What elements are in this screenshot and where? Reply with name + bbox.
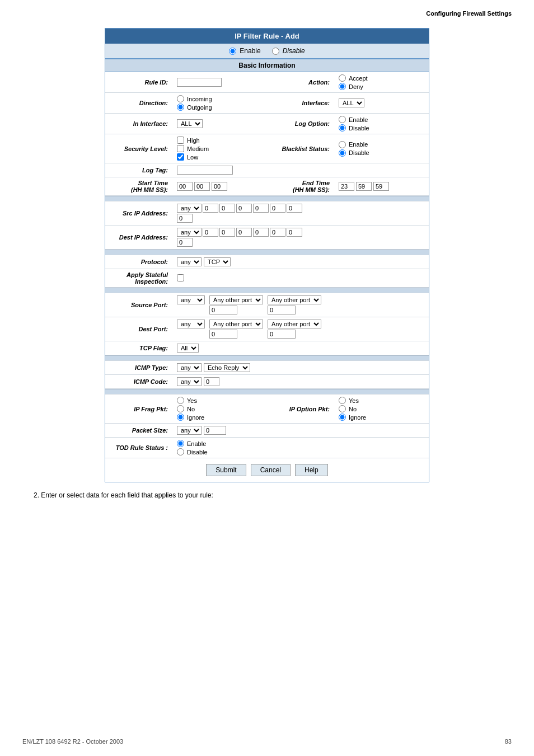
src-ip-f4[interactable] <box>253 204 269 213</box>
security-low-label[interactable]: Low <box>177 153 263 161</box>
src-ip-type-select[interactable]: any <box>177 204 202 213</box>
ip-frag-yes-label[interactable]: Yes <box>177 397 263 404</box>
log-tag-label: Log Tag: <box>105 163 172 177</box>
action-deny-label[interactable]: Deny <box>339 83 424 90</box>
packet-size-input[interactable] <box>204 426 226 435</box>
security-low-checkbox[interactable] <box>177 153 184 161</box>
action-deny-radio[interactable] <box>339 83 346 90</box>
action-accept-radio[interactable] <box>339 74 346 82</box>
submit-button[interactable]: Submit <box>206 464 246 476</box>
interface-select[interactable]: ALL <box>339 98 364 107</box>
action-accept-label[interactable]: Accept <box>339 74 424 82</box>
dest-port-value: any Any other port Any other port <box>172 317 429 341</box>
src-ip-f1[interactable] <box>203 204 218 213</box>
log-enable-radio[interactable] <box>339 116 346 123</box>
icmp-type-select[interactable]: any <box>177 363 202 372</box>
start-ss-input[interactable] <box>212 182 227 191</box>
disable-radio-label[interactable]: Disable <box>272 47 305 55</box>
end-ss-input[interactable] <box>373 182 389 191</box>
log-tag-input[interactable] <box>177 166 233 175</box>
dest-port-sel1[interactable]: Any other port <box>209 320 263 328</box>
start-mm-input[interactable] <box>194 182 210 191</box>
direction-outgoing-radio[interactable] <box>177 104 184 111</box>
dest-ip-f5[interactable] <box>270 228 285 237</box>
src-ip-f5[interactable] <box>270 204 285 213</box>
dest-port-any-select[interactable]: any <box>177 320 205 328</box>
enable-radio[interactable] <box>229 48 236 55</box>
icmp-code-select[interactable]: any <box>177 377 202 386</box>
blacklist-disable-radio[interactable] <box>339 149 346 157</box>
security-high-label[interactable]: High <box>177 137 263 144</box>
tod-enable-radio[interactable] <box>177 440 184 447</box>
src-ip-f2[interactable] <box>219 204 235 213</box>
dest-ip-f6[interactable] <box>287 228 302 237</box>
start-hh-input[interactable] <box>177 182 193 191</box>
security-medium-checkbox[interactable] <box>177 145 184 152</box>
tod-disable-radio[interactable] <box>177 448 184 456</box>
ip-frag-yes-radio[interactable] <box>177 397 184 404</box>
ip-option-yes-radio[interactable] <box>339 397 346 404</box>
dest-ip-f1[interactable] <box>203 228 218 237</box>
source-port-any-select[interactable]: any <box>177 295 205 304</box>
direction-outgoing-label[interactable]: Outgoing <box>177 104 263 111</box>
direction-incoming-radio[interactable] <box>177 95 184 102</box>
blacklist-value: Enable Disable <box>334 134 429 163</box>
blacklist-enable-label[interactable]: Enable <box>339 141 424 148</box>
direction-incoming-label[interactable]: Incoming <box>177 95 263 102</box>
source-port-sel1[interactable]: Any other port <box>209 295 263 304</box>
log-enable-label[interactable]: Enable <box>339 116 424 123</box>
source-port-input1[interactable] <box>209 306 237 314</box>
help-button[interactable]: Help <box>295 464 328 476</box>
enable-radio-label[interactable]: Enable <box>229 47 260 55</box>
security-high-checkbox[interactable] <box>177 137 184 144</box>
ip-frag-ignore-label[interactable]: Ignore <box>177 414 263 421</box>
dest-ip-suffix-input[interactable] <box>177 238 193 247</box>
blacklist-disable-label[interactable]: Disable <box>339 149 424 157</box>
src-ip-suffix-input[interactable] <box>177 214 193 223</box>
source-port-sel2[interactable]: Any other port <box>268 295 321 304</box>
ip-frag-ignore-radio[interactable] <box>177 414 184 421</box>
protocol-select[interactable]: any <box>177 257 202 266</box>
disable-radio[interactable] <box>272 48 279 55</box>
tod-disable-label[interactable]: Disable <box>177 448 424 456</box>
dest-ip-type-select[interactable]: any <box>177 228 202 237</box>
tod-enable-label[interactable]: Enable <box>177 440 424 447</box>
ip-frag-no-radio[interactable] <box>177 405 184 412</box>
src-ip-f6[interactable] <box>287 204 302 213</box>
blacklist-enable-radio[interactable] <box>339 141 346 148</box>
dest-port-input1[interactable] <box>209 330 237 339</box>
log-disable-radio[interactable] <box>339 124 346 132</box>
icmp-type-value-select[interactable]: Echo Reply <box>204 363 250 372</box>
ip-option-yes-label[interactable]: Yes <box>339 397 424 404</box>
ip-option-no-label[interactable]: No <box>339 405 424 412</box>
source-port-row-inner: any Any other port Any other port <box>177 295 424 314</box>
rule-id-input[interactable] <box>177 78 222 87</box>
footer-right: 83 <box>505 738 512 745</box>
dest-port-input2[interactable] <box>268 330 296 339</box>
ip-option-no-radio[interactable] <box>339 405 346 412</box>
ip-option-ignore-radio[interactable] <box>339 414 346 421</box>
end-time-value <box>334 177 429 196</box>
stateful-checkbox[interactable] <box>177 274 184 281</box>
ip-frag-no-label[interactable]: No <box>177 405 263 412</box>
dest-ip-f3[interactable] <box>236 228 252 237</box>
icmp-code-value: any <box>172 375 429 389</box>
in-interface-select[interactable]: ALL <box>177 119 203 128</box>
source-port-input2[interactable] <box>268 306 296 314</box>
dest-ip-f2[interactable] <box>219 228 235 237</box>
protocol-type-select[interactable]: TCP <box>204 257 231 266</box>
end-hh-input[interactable] <box>339 182 354 191</box>
packet-size-select[interactable]: any <box>177 426 202 435</box>
icmp-code-input[interactable] <box>204 377 219 386</box>
ip-option-ignore-label[interactable]: Ignore <box>339 414 424 421</box>
end-mm-input[interactable] <box>356 182 372 191</box>
cancel-button[interactable]: Cancel <box>251 464 291 476</box>
tcp-flag-select[interactable]: All <box>177 344 199 353</box>
security-medium-label[interactable]: Medium <box>177 145 263 152</box>
src-ip-f3[interactable] <box>236 204 252 213</box>
log-disable-label[interactable]: Disable <box>339 124 424 132</box>
action-radio-group: Accept Deny <box>339 74 424 90</box>
ip-frag-label: IP Frag Pkt: <box>105 395 172 424</box>
dest-ip-f4[interactable] <box>253 228 269 237</box>
dest-port-sel2[interactable]: Any other port <box>268 320 321 328</box>
